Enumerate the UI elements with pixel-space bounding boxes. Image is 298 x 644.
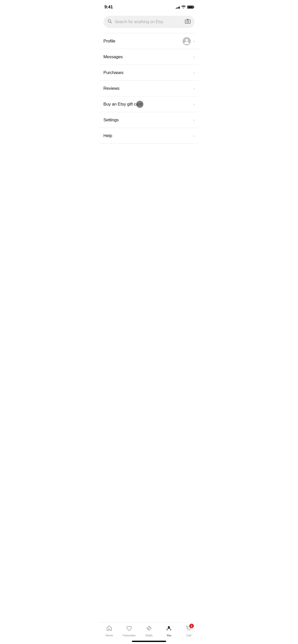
reviews-label: Reviews (103, 86, 119, 91)
menu-item-settings[interactable]: Settings › (99, 112, 199, 128)
chevron-right-icon: › (193, 118, 195, 122)
svg-rect-2 (185, 20, 190, 23)
help-label: Help (103, 133, 112, 138)
search-placeholder: Search for anything on Etsy (115, 20, 182, 24)
menu-item-messages[interactable]: Messages › (99, 49, 199, 65)
status-time: 9:41 (104, 5, 113, 10)
settings-label: Settings (103, 118, 119, 123)
help-right: › (193, 134, 195, 138)
menu-item-profile[interactable]: Profile › (99, 33, 199, 49)
signal-icon (176, 6, 180, 9)
profile-right: › (183, 37, 195, 45)
chevron-right-icon: › (193, 71, 195, 75)
purchases-label: Purchases (103, 70, 124, 75)
messages-right: › (193, 55, 195, 59)
menu-item-gift-card[interactable]: Buy an Etsy gift card › (99, 96, 199, 112)
menu-list: Profile › Messages › Purchases › Reviews… (99, 33, 199, 144)
status-bar: 9:41 (99, 0, 199, 13)
profile-label: Profile (103, 39, 115, 44)
chevron-right-icon: › (193, 102, 195, 106)
wifi-icon (181, 5, 186, 9)
purchases-right: › (193, 71, 195, 75)
search-icon (107, 19, 112, 25)
svg-point-3 (187, 21, 189, 23)
svg-point-4 (185, 39, 188, 41)
search-container: Search for anything on Etsy (99, 13, 199, 33)
menu-item-help[interactable]: Help › (99, 128, 199, 144)
menu-item-purchases[interactable]: Purchases › (99, 65, 199, 81)
gift-card-right: › (193, 102, 195, 106)
avatar (183, 37, 191, 45)
chevron-right-icon: › (193, 55, 195, 59)
battery-icon (187, 6, 194, 9)
gift-card-label: Buy an Etsy gift card (103, 102, 142, 107)
camera-icon[interactable] (185, 19, 191, 25)
search-bar[interactable]: Search for anything on Etsy (103, 16, 195, 28)
chevron-right-icon: › (193, 39, 195, 43)
messages-label: Messages (103, 54, 123, 60)
status-icons (176, 5, 194, 9)
svg-line-1 (111, 22, 112, 23)
settings-right: › (193, 118, 195, 122)
chevron-right-icon: › (193, 86, 195, 91)
chevron-right-icon: › (193, 134, 195, 138)
reviews-right: › (193, 86, 195, 91)
menu-item-reviews[interactable]: Reviews › (99, 81, 199, 96)
